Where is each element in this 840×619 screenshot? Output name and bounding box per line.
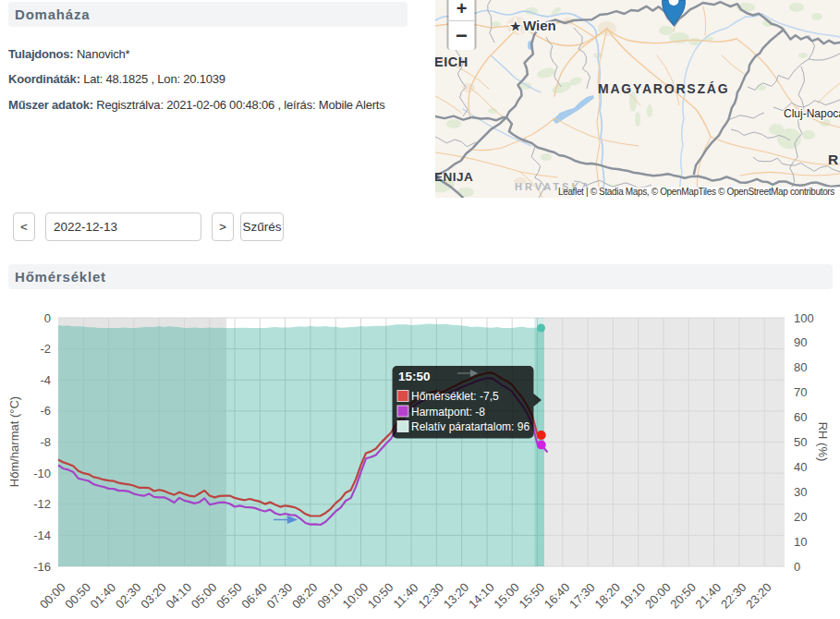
svg-text:21:40: 21:40 xyxy=(693,580,724,612)
svg-text:07:30: 07:30 xyxy=(264,580,296,612)
svg-text:100: 100 xyxy=(794,311,814,325)
svg-text:0: 0 xyxy=(44,311,51,325)
svg-text:10:00: 10:00 xyxy=(340,580,371,612)
svg-text:20:00: 20:00 xyxy=(642,580,674,612)
svg-text:16:40: 16:40 xyxy=(542,580,573,612)
svg-text:20: 20 xyxy=(794,510,807,524)
svg-text:01:40: 01:40 xyxy=(88,580,119,612)
svg-text:30: 30 xyxy=(794,485,807,499)
svg-text:RH (%): RH (%) xyxy=(816,422,830,462)
svg-text:-2: -2 xyxy=(40,342,51,356)
svg-text:23:20: 23:20 xyxy=(743,580,774,612)
svg-text:15:00: 15:00 xyxy=(491,580,522,612)
svg-text:40: 40 xyxy=(794,460,807,474)
svg-text:13:20: 13:20 xyxy=(441,580,472,612)
svg-text:Hőm/harmat (°C): Hőm/harmat (°C) xyxy=(7,396,21,487)
svg-text:00:00: 00:00 xyxy=(37,580,68,612)
svg-text:09:10: 09:10 xyxy=(314,580,346,612)
svg-text:19:10: 19:10 xyxy=(617,580,649,612)
svg-text:10:50: 10:50 xyxy=(365,580,396,612)
svg-text:02:30: 02:30 xyxy=(113,580,144,612)
svg-text:15:50: 15:50 xyxy=(517,580,548,612)
svg-text:-14: -14 xyxy=(33,528,51,542)
svg-text:03:20: 03:20 xyxy=(138,580,169,612)
svg-text:90: 90 xyxy=(794,335,807,349)
svg-text:-6: -6 xyxy=(40,404,51,418)
svg-text:11:40: 11:40 xyxy=(390,580,420,611)
svg-text:08:20: 08:20 xyxy=(289,580,321,612)
svg-text:10: 10 xyxy=(794,535,807,549)
svg-text:-8: -8 xyxy=(40,435,51,449)
svg-text:Harmatpont: -8: Harmatpont: -8 xyxy=(411,406,485,419)
svg-text:15:50: 15:50 xyxy=(398,370,431,383)
svg-text:05:50: 05:50 xyxy=(213,580,245,612)
svg-text:-4: -4 xyxy=(40,373,51,387)
svg-text:14:10: 14:10 xyxy=(466,580,497,612)
svg-text:-12: -12 xyxy=(33,497,51,511)
svg-text:00:50: 00:50 xyxy=(62,580,93,612)
svg-text:05:00: 05:00 xyxy=(189,580,220,612)
svg-text:70: 70 xyxy=(794,385,807,399)
svg-text:Relatív páratartalom: 96: Relatív páratartalom: 96 xyxy=(411,420,530,433)
svg-text:22:30: 22:30 xyxy=(718,580,749,612)
svg-text:12:30: 12:30 xyxy=(415,580,446,612)
svg-text:18:20: 18:20 xyxy=(591,580,623,612)
svg-text:0: 0 xyxy=(794,560,800,574)
svg-text:60: 60 xyxy=(794,410,807,424)
svg-text:-10: -10 xyxy=(33,467,51,480)
svg-text:Hőmérséklet: -7,5: Hőmérséklet: -7,5 xyxy=(411,390,499,403)
svg-text:06:40: 06:40 xyxy=(238,580,270,612)
svg-text:04:10: 04:10 xyxy=(164,580,195,612)
svg-text:50: 50 xyxy=(794,435,807,449)
svg-text:80: 80 xyxy=(794,360,807,374)
svg-text:20:50: 20:50 xyxy=(667,580,699,612)
svg-text:17:30: 17:30 xyxy=(566,580,598,612)
svg-text:-16: -16 xyxy=(33,560,51,574)
